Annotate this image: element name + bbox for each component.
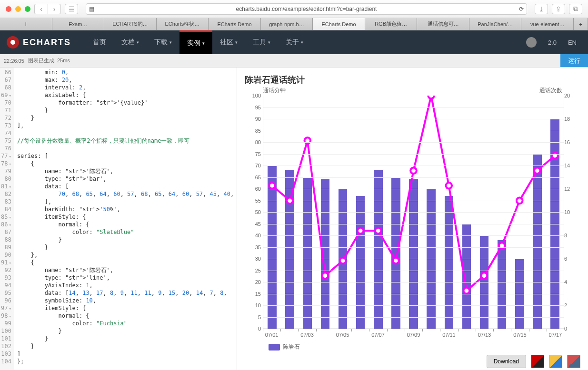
- browser-tab[interactable]: 通话信息可…: [417, 18, 469, 30]
- browser-tab[interactable]: ECharts Demo: [313, 18, 365, 30]
- url-text: echarts.baidu.com/examples/editor.html?c…: [236, 6, 377, 12]
- reader-icon[interactable]: ▤: [89, 6, 94, 12]
- run-button[interactable]: 运行: [560, 54, 588, 67]
- y1-label: 通话分钟: [263, 87, 286, 95]
- theme-swatch-3[interactable]: [567, 355, 580, 368]
- brand-text: ECHARTS: [23, 38, 71, 48]
- code-content[interactable]: min: 0, max: 20, interval: 2, axisLabel:…: [14, 68, 237, 370]
- browser-tab[interactable]: graph-npm.h…: [261, 18, 313, 30]
- lang-link[interactable]: EN: [568, 39, 577, 46]
- nav-item-5[interactable]: 工具▾: [245, 30, 278, 54]
- chevron-down-icon: ▾: [169, 40, 172, 45]
- minimize-window-icon[interactable]: [15, 6, 21, 12]
- echarts-logo[interactable]: ECHARTS: [7, 36, 71, 49]
- bar[interactable]: [498, 240, 507, 329]
- bar[interactable]: [445, 196, 454, 329]
- legend-swatch: [269, 344, 280, 351]
- main-split: 6667686970717273747576777879808182838485…: [0, 68, 588, 370]
- status-text: 图表已生成, 25ms: [28, 57, 70, 64]
- chevron-down-icon: ▾: [235, 40, 238, 45]
- reload-icon[interactable]: ⟳: [519, 6, 524, 12]
- plot-area: 0510152025303540455055606570758085909510…: [263, 96, 564, 339]
- browser-tab[interactable]: Exam…: [52, 18, 105, 30]
- chevron-down-icon: ▾: [202, 41, 205, 46]
- code-editor[interactable]: 6667686970717273747576777879808182838485…: [0, 68, 237, 370]
- browser-tab[interactable]: ECHARTS的…: [104, 18, 157, 30]
- github-icon[interactable]: [526, 37, 537, 48]
- chevron-down-icon: ▾: [268, 40, 270, 45]
- bar[interactable]: [462, 224, 471, 329]
- chart-panel: 陈岩石通话统计 通话分钟 通话次数 0510152025303540455055…: [237, 68, 588, 370]
- nav-item-0[interactable]: 首页: [85, 30, 114, 54]
- browser-tab[interactable]: ECharts Demo: [209, 18, 261, 30]
- browser-tab[interactable]: RGB颜色值…: [365, 18, 418, 30]
- chart-legend[interactable]: 陈岩石: [269, 343, 583, 351]
- forward-button[interactable]: ›: [48, 4, 61, 14]
- editor-status-bar: 22:26:05 图表已生成, 25ms 运行: [0, 54, 588, 68]
- line-gutter: 6667686970717273747576777879808182838485…: [0, 68, 14, 370]
- browser-toolbar: ‹ › ☰ ▤ echarts.baidu.com/examples/edito…: [0, 0, 588, 18]
- echarts-logo-icon: [7, 36, 19, 49]
- bar[interactable]: [356, 196, 365, 329]
- zoom-window-icon[interactable]: [25, 6, 30, 12]
- nav-item-3[interactable]: 实例▾: [179, 30, 212, 54]
- theme-swatch-2[interactable]: [549, 355, 562, 368]
- browser-tab[interactable]: ECharts柱状…: [157, 18, 209, 30]
- browser-tab-strip: IExam…ECHARTS的…ECharts柱状…ECharts Demogra…: [0, 18, 588, 30]
- y-axis-right: 02468101214161820: [564, 96, 583, 329]
- nav-right: 2.0 EN: [526, 37, 581, 48]
- bar[interactable]: [409, 179, 418, 329]
- bar[interactable]: [321, 179, 330, 329]
- browser-tab[interactable]: I: [0, 18, 52, 30]
- close-window-icon[interactable]: [6, 6, 11, 12]
- browser-tab[interactable]: PanJiaChen/…: [469, 18, 522, 30]
- status-time: 22:26:05: [0, 58, 28, 64]
- chevron-down-icon: ▾: [137, 40, 139, 45]
- sidebar-button[interactable]: ☰: [65, 4, 78, 14]
- version-link[interactable]: 2.0: [548, 39, 557, 46]
- nav-item-2[interactable]: 下载▾: [147, 30, 179, 54]
- download-button[interactable]: Download: [487, 355, 526, 368]
- download-button[interactable]: ⤓: [535, 4, 548, 14]
- bar[interactable]: [391, 177, 400, 329]
- url-bar[interactable]: ▤ echarts.baidu.com/examples/editor.html…: [86, 3, 527, 15]
- x-axis: 07/0107/0307/0507/0707/0907/1107/1307/15…: [263, 329, 564, 339]
- chart-title: 陈岩石通话统计: [245, 74, 583, 86]
- browser-tab[interactable]: vue-element…: [521, 18, 574, 30]
- chart-grid: [263, 96, 564, 329]
- nav-item-1[interactable]: 文档▾: [114, 30, 147, 54]
- nav-item-4[interactable]: 社区▾: [212, 30, 245, 54]
- y2-label: 通话次数: [539, 87, 562, 95]
- bar[interactable]: [533, 154, 542, 329]
- window-controls: [6, 6, 30, 12]
- chevron-down-icon: ▾: [301, 40, 303, 45]
- y-axis-left: 0510152025303540455055606570758085909510…: [242, 96, 261, 329]
- tabs-button[interactable]: ⧉: [569, 4, 582, 14]
- legend-label: 陈岩石: [283, 343, 300, 351]
- back-button[interactable]: ‹: [34, 4, 48, 14]
- nav-buttons: ‹ ›: [34, 4, 61, 14]
- chart-footer: Download: [242, 351, 583, 368]
- new-tab-button[interactable]: +: [574, 18, 588, 30]
- nav-item-6[interactable]: 关于▾: [278, 30, 311, 54]
- theme-swatch-1[interactable]: [531, 355, 544, 368]
- share-button[interactable]: ⇪: [552, 4, 565, 14]
- echarts-navbar: ECHARTS 首页文档▾下载▾实例▾社区▾工具▾关于▾ 2.0 EN: [0, 30, 588, 54]
- bar[interactable]: [303, 177, 312, 329]
